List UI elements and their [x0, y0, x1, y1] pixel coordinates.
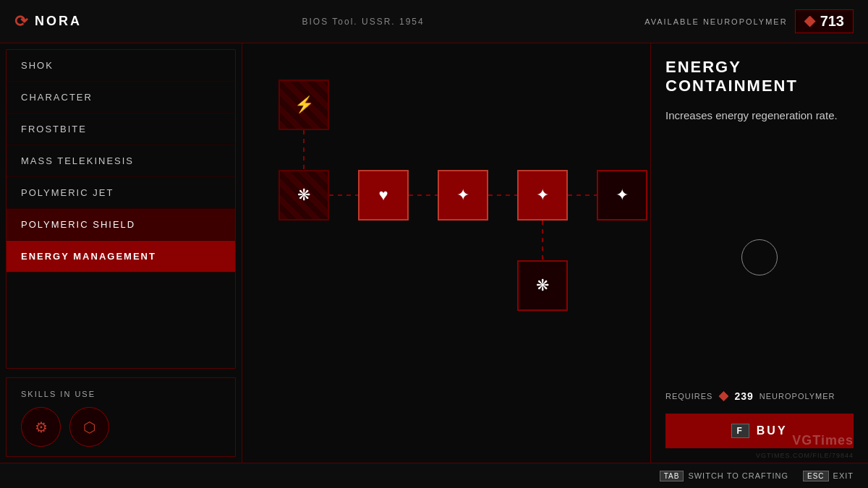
- esc-key: ESC: [803, 471, 829, 481]
- connector-h-3: [488, 194, 517, 196]
- skills-in-use-label: SKILLS IN USE: [21, 390, 221, 398]
- skill-node-4-icon: ✦: [456, 186, 469, 205]
- skills-icons: ⚙ ⬡: [21, 407, 221, 447]
- sidebar-item-mass-telekinesis[interactable]: MASS TELEKINESIS: [7, 145, 235, 177]
- sidebar-item-shok[interactable]: SHOK: [7, 50, 235, 82]
- skill-icon-1-glyph: ⚙: [35, 419, 48, 436]
- skill-icon-2-glyph: ⬡: [83, 419, 95, 436]
- skill-node-4[interactable]: ✦: [438, 170, 488, 221]
- header-center-text: BIOS Tool. USSR. 1954: [302, 17, 425, 27]
- req-number: 239: [734, 390, 753, 402]
- requires-label: REQUIRES: [665, 392, 712, 401]
- skill-visual: [665, 135, 854, 379]
- skill-node-3-icon: ♥: [378, 186, 388, 205]
- nav-menu: SHOK CHARACTER FROSTBITE MASS TELEKINESI…: [6, 49, 236, 369]
- skill-node-5[interactable]: ✦: [517, 170, 568, 221]
- req-neuro-icon: [718, 391, 728, 401]
- sidebar-item-energy-management[interactable]: ENERGY MANAGEMENT: [7, 241, 235, 273]
- tab-label: SWITCH TO CRAFTING: [688, 471, 788, 480]
- sidebar-item-polymeric-jet[interactable]: POLYMERIC JET: [7, 177, 235, 209]
- requires-row: REQUIRES 239 NEUROPOLYMER: [665, 390, 854, 402]
- sidebar-item-frostbite[interactable]: FROSTBITE: [7, 114, 235, 145]
- sidebar-item-polymeric-shield[interactable]: POLYMERIC SHIELD: [7, 209, 235, 241]
- neuro-icon: [804, 16, 816, 27]
- skill-node-6-icon: ✦: [616, 186, 629, 205]
- esc-label: EXIT: [833, 471, 854, 480]
- skill-node-2[interactable]: ❋: [278, 170, 329, 221]
- buy-key: F: [731, 424, 749, 438]
- connector-h-1: [329, 194, 358, 196]
- skill-title: ENERGY CONTAINMENT: [665, 58, 854, 96]
- header: ⟳ NORA BIOS Tool. USSR. 1954 AVAILABLE N…: [0, 0, 868, 43]
- buy-button[interactable]: F BUY: [665, 414, 854, 448]
- header-left: ⟳ NORA: [14, 12, 82, 31]
- skills-panel: SKILLS IN USE ⚙ ⬡: [6, 377, 236, 457]
- right-panel: ENERGY CONTAINMENT Increases energy rege…: [651, 43, 868, 463]
- left-panel: SHOK CHARACTER FROSTBITE MASS TELEKINESI…: [0, 43, 242, 463]
- connector-v-1: [303, 130, 305, 174]
- connector-h-4: [568, 194, 597, 196]
- skill-node-7-icon: ❋: [536, 276, 549, 295]
- sidebar-item-character[interactable]: CHARACTER: [7, 82, 235, 114]
- character-name: NORA: [35, 14, 82, 29]
- connector-v-2: [542, 221, 543, 260]
- neuropolymer-count: 713: [795, 9, 854, 33]
- skill-node-7[interactable]: ❋: [517, 260, 568, 311]
- skill-node-2-icon: ❋: [297, 186, 310, 205]
- skill-icon-1[interactable]: ⚙: [21, 407, 61, 447]
- tab-key: TAB: [660, 471, 684, 481]
- neuro-label: AVAILABLE NEUROPOLYMER: [644, 17, 787, 26]
- neuro-number: 713: [820, 13, 844, 30]
- skill-node-3[interactable]: ♥: [358, 170, 409, 221]
- skill-description: Increases energy regeneration rate.: [665, 108, 854, 124]
- skill-node-6[interactable]: ✦: [597, 170, 647, 221]
- buy-label: BUY: [757, 424, 788, 437]
- footer-tab-btn[interactable]: TAB SWITCH TO CRAFTING: [660, 471, 788, 481]
- logo-icon: ⟳: [14, 12, 27, 31]
- skill-node-1[interactable]: ⚡: [278, 80, 329, 130]
- skill-icon-2[interactable]: ⬡: [69, 407, 109, 447]
- skill-circle: [741, 239, 778, 275]
- skill-node-1-icon: ⚡: [294, 95, 314, 114]
- footer-esc-btn[interactable]: ESC EXIT: [803, 471, 854, 481]
- footer: TAB SWITCH TO CRAFTING ESC EXIT: [0, 463, 868, 488]
- skill-node-5-icon: ✦: [536, 186, 549, 205]
- connector-h-2: [409, 194, 438, 196]
- req-suffix: NEUROPOLYMER: [760, 392, 835, 401]
- main-layout: SHOK CHARACTER FROSTBITE MASS TELEKINESI…: [0, 43, 868, 463]
- header-right: AVAILABLE NEUROPOLYMER 713: [644, 9, 854, 33]
- skill-tree: ⚡ ❋ ♥ ✦ ✦: [257, 58, 636, 448]
- center-panel: ⚡ ❋ ♥ ✦ ✦: [242, 43, 651, 463]
